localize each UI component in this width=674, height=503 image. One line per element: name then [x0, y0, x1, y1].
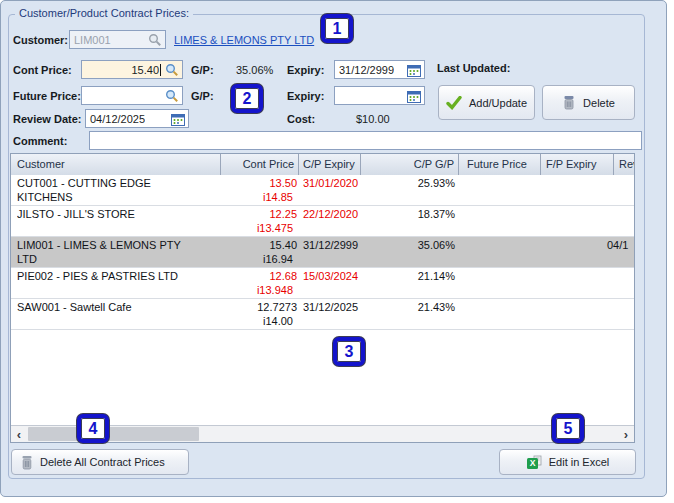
scrollbar-thumb[interactable]	[28, 427, 199, 441]
cell-cp-gp: 25.93%	[361, 176, 455, 190]
cell-cont-price: 12.25 i13.475	[221, 207, 297, 235]
cont-price-inc: i16.94	[221, 252, 297, 266]
cell-cont-price: 12.68 i13.948	[221, 269, 297, 297]
col-header-cp-gp[interactable]: C/P G/P	[361, 154, 459, 175]
future-expiry-calendar-icon[interactable]	[406, 89, 422, 103]
customer-name-link[interactable]: LIMES & LEMONS PTY LTD	[174, 34, 314, 46]
cont-expiry-label: Expiry:	[287, 64, 324, 76]
add-update-button[interactable]: Add/Update	[438, 85, 535, 120]
review-date-calendar-icon[interactable]	[170, 112, 186, 126]
future-expiry-label: Expiry:	[287, 90, 324, 102]
col-header-future-price[interactable]: Future Price	[459, 154, 541, 175]
customer-code-input[interactable]: LIM001	[69, 30, 166, 49]
callout-4: 4	[77, 414, 109, 443]
customer-code-value: LIM001	[70, 34, 111, 46]
cont-price-ex: 15.40	[221, 238, 297, 252]
cell-cont-price: 13.50 i14.85	[221, 176, 297, 204]
table-row[interactable]: JILSTO - JILL'S STORE 12.25 i13.475 22/1…	[11, 206, 634, 237]
cell-cp-gp: 21.14%	[361, 269, 455, 283]
col-header-cp-expiry[interactable]: C/P Expiry	[299, 154, 361, 175]
delete-all-contract-prices-button[interactable]: Delete All Contract Prices	[11, 449, 189, 475]
cont-price-inc: i14.85	[221, 190, 297, 204]
cell-cp-gp: 18.37%	[361, 207, 455, 221]
customer-label: Customer:	[13, 34, 68, 46]
cell-cp-expiry: 22/12/2020	[303, 207, 358, 221]
delete-all-label: Delete All Contract Prices	[40, 456, 165, 468]
callout-1: 1	[321, 14, 353, 43]
callout-2: 2	[231, 84, 263, 113]
cell-customer: JILSTO - JILL'S STORE	[17, 207, 217, 235]
groupbox-title: Customer/Product Contract Prices:	[15, 7, 193, 19]
table-row[interactable]: LIM001 - LIMES & LEMONS PTY LTD 15.40 i1…	[11, 237, 634, 268]
future-price-lookup-icon[interactable]	[164, 89, 180, 103]
delete-button[interactable]: Delete	[542, 85, 635, 120]
customer-line-2	[17, 283, 217, 297]
edit-in-excel-button[interactable]: X Edit in Excel	[499, 449, 636, 475]
review-date-label: Review Date:	[13, 113, 81, 125]
customer-lookup-icon[interactable]	[147, 33, 163, 47]
grid-header: Customer Cont Price C/P Expiry C/P G/P F…	[11, 154, 634, 176]
scroll-right-arrow[interactable]: ›	[618, 426, 634, 442]
table-row[interactable]: PIE002 - PIES & PASTRIES LTD 12.68 i13.9…	[11, 268, 634, 299]
comment-label: Comment:	[13, 135, 67, 147]
cell-cp-expiry: 31/12/2025	[303, 300, 358, 314]
cont-gp-label: G/P:	[191, 64, 214, 76]
cell-customer: LIM001 - LIMES & LEMONS PTY LTD	[17, 238, 217, 266]
cell-cp-expiry: 31/12/2999	[303, 238, 358, 252]
cont-price-ex: 12.25	[221, 207, 297, 221]
scroll-left-arrow[interactable]: ‹	[11, 426, 27, 442]
cont-price-inc: i13.948	[221, 283, 297, 297]
cont-price-ex: 12.7273	[221, 300, 297, 314]
customer-line-1: LIM001 - LIMES & LEMONS PTY	[17, 238, 217, 252]
review-date-input[interactable]: 04/12/2025	[85, 109, 189, 128]
callout-3: 3	[333, 337, 365, 366]
callout-5: 5	[552, 414, 584, 443]
cont-price-input[interactable]: 15.40	[81, 60, 183, 79]
cont-price-ex: 12.68	[221, 269, 297, 283]
check-icon	[446, 96, 462, 110]
cont-price-label: Cont Price:	[13, 64, 72, 76]
table-row[interactable]: SAW001 - Sawtell Cafe 12.7273 i14.00 31/…	[11, 299, 634, 330]
review-date-value: 04/12/2025	[86, 113, 145, 125]
edit-in-excel-label: Edit in Excel	[549, 456, 610, 468]
customer-line-2	[17, 314, 217, 328]
cont-price-inc: i14.00	[221, 314, 297, 328]
cont-expiry-value: 31/12/2999	[335, 64, 394, 76]
cont-price-ex: 13.50	[221, 176, 297, 190]
customer-line-2: LTD	[17, 252, 217, 266]
cell-customer: PIE002 - PIES & PASTRIES LTD	[17, 269, 217, 297]
future-price-input[interactable]	[81, 86, 183, 105]
future-expiry-input[interactable]	[334, 86, 425, 105]
grid-body: CUT001 - CUTTING EDGE KITCHENS 13.50 i14…	[11, 175, 634, 425]
cost-value: $10.00	[356, 113, 390, 125]
text-caret	[160, 64, 161, 76]
trash-icon	[21, 455, 33, 470]
customer-line-2: KITCHENS	[17, 190, 217, 204]
cell-cp-expiry: 31/01/2020	[303, 176, 358, 190]
contract-prices-grid: Customer Cont Price C/P Expiry C/P G/P F…	[10, 153, 635, 443]
customer-line-1: PIE002 - PIES & PASTRIES LTD	[17, 269, 217, 283]
cont-price-inc: i13.475	[221, 221, 297, 235]
cell-cp-expiry: 15/03/2024	[303, 269, 358, 283]
cont-expiry-input[interactable]: 31/12/2999	[334, 60, 425, 79]
cont-price-lookup-icon[interactable]	[164, 63, 180, 77]
screenshot-root: Customer/Product Contract Prices: Custom…	[0, 0, 674, 503]
cell-cont-price: 12.7273 i14.00	[221, 300, 297, 328]
add-update-label: Add/Update	[469, 97, 527, 109]
col-header-cont-price[interactable]: Cont Price	[221, 154, 299, 175]
cell-customer: SAW001 - Sawtell Cafe	[17, 300, 217, 328]
comment-input[interactable]	[89, 131, 642, 150]
delete-icon	[562, 95, 576, 110]
col-header-fp-expiry[interactable]: F/P Expiry	[541, 154, 614, 175]
cell-review-date: 04/1	[607, 238, 628, 252]
cont-price-value: 15.40	[127, 64, 160, 76]
svg-text:X: X	[529, 458, 535, 468]
col-header-customer[interactable]: Customer	[11, 154, 221, 175]
col-header-review-date[interactable]: Rev	[614, 154, 635, 175]
cell-cont-price: 15.40 i16.94	[221, 238, 297, 266]
table-row[interactable]: CUT001 - CUTTING EDGE KITCHENS 13.50 i14…	[11, 175, 634, 206]
customer-line-2	[17, 221, 217, 235]
delete-label: Delete	[583, 97, 615, 109]
cont-gp-value: 35.06%	[236, 64, 273, 76]
cont-expiry-calendar-icon[interactable]	[406, 63, 422, 77]
